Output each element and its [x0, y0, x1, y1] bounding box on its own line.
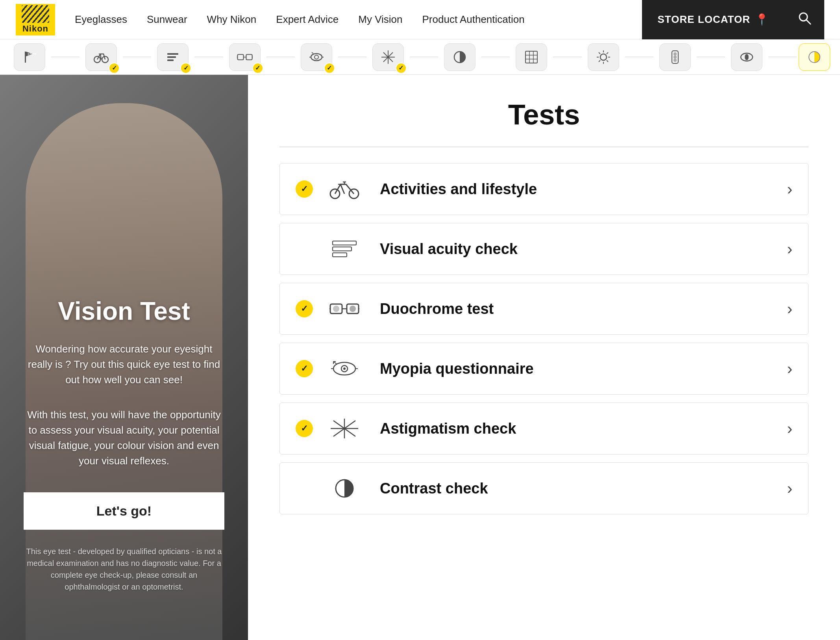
- traffic-icon-wrap: [659, 43, 691, 71]
- arrow-duochrome: ›: [787, 300, 792, 318]
- arrow-activities: ›: [787, 180, 792, 198]
- astigmatism-test-icon: [325, 415, 364, 442]
- test-label-visual-acuity: Visual acuity check: [380, 241, 787, 258]
- progress-item-myopia[interactable]: ✓: [295, 41, 338, 73]
- disclaimer-text: This eye test - developed by qualified o…: [24, 545, 224, 593]
- myopia-icon: [308, 48, 325, 66]
- brightness-icon-wrap: [588, 43, 619, 71]
- test-item-duochrome[interactable]: ✓ Duochrome test ›: [279, 283, 809, 335]
- arrow-myopia: ›: [787, 360, 792, 378]
- tests-divider: [279, 147, 809, 147]
- lines-svg: [329, 237, 360, 261]
- progress-item-brightness[interactable]: [582, 41, 625, 73]
- progress-item-glasses[interactable]: ✓: [223, 41, 266, 73]
- check-badge-bicycle: ✓: [109, 63, 120, 74]
- search-button[interactable]: [785, 0, 824, 39]
- nav-links: Eyeglasses Sunwear Why Nikon Expert Advi…: [75, 13, 525, 26]
- progress-item-grid[interactable]: [510, 41, 553, 73]
- contrast-svg: [329, 477, 360, 500]
- astigmatism-icon-wrap: ✓: [372, 43, 404, 71]
- progress-item-traffic[interactable]: [653, 41, 697, 73]
- progress-item-lines[interactable]: ✓: [151, 41, 194, 73]
- flag-icon: START: [21, 48, 38, 66]
- bicycle-svg: [329, 177, 360, 201]
- progress-sep-9: [625, 57, 653, 57]
- svg-rect-10: [237, 54, 243, 60]
- contrast-icon: [451, 48, 468, 66]
- svg-rect-11: [246, 54, 252, 60]
- progress-sep-5: [338, 57, 366, 57]
- test-label-astigmatism: Astigmatism check: [380, 420, 787, 437]
- nav-product-auth[interactable]: Product Authentication: [422, 13, 525, 25]
- progress-sep-10: [697, 57, 725, 57]
- test-label-duochrome: Duochrome test: [380, 301, 787, 317]
- svg-line-35: [599, 52, 600, 54]
- svg-rect-8: [167, 56, 176, 58]
- bicycle-icon-wrap: ✓: [85, 43, 117, 71]
- nav-why-nikon[interactable]: Why Nikon: [207, 13, 257, 25]
- progress-sep-6: [410, 57, 438, 57]
- start-icon-wrap: START: [14, 43, 45, 71]
- svg-rect-25: [525, 51, 537, 63]
- svg-point-60: [350, 306, 356, 312]
- logo[interactable]: Nikon: [16, 4, 55, 35]
- svg-text:START: START: [28, 53, 37, 56]
- progress-item-eye[interactable]: [725, 41, 768, 73]
- astigmatism-icon: [379, 48, 397, 66]
- test-item-visual-acuity[interactable]: Visual acuity check ›: [279, 223, 809, 275]
- svg-point-41: [673, 56, 677, 59]
- bicycle-test-icon: [325, 175, 364, 203]
- navbar: Nikon Eyeglasses Sunwear Why Nikon Exper…: [0, 0, 840, 39]
- progress-sep-8: [553, 57, 581, 57]
- glasses-icon: [236, 48, 253, 66]
- progress-sep-7: [481, 57, 510, 57]
- myopia-test-icon: [325, 355, 364, 382]
- svg-point-40: [673, 52, 677, 56]
- progress-item-astigmatism[interactable]: ✓: [366, 41, 410, 73]
- logo-text: Nikon: [22, 24, 49, 34]
- nav-my-vision[interactable]: My Vision: [358, 13, 402, 25]
- progress-item-bicycle[interactable]: ✓: [80, 41, 123, 73]
- halfcircle-icon-wrap: [799, 43, 830, 71]
- check-astigmatism: ✓: [296, 420, 313, 437]
- glasses-test-icon: [325, 295, 364, 323]
- nav-expert-advice[interactable]: Expert Advice: [276, 13, 339, 25]
- lets-go-button[interactable]: Let's go!: [24, 492, 224, 530]
- test-label-activities: Activities and lifestyle: [380, 181, 787, 198]
- check-activities: ✓: [296, 180, 313, 198]
- test-label-myopia: Myopia questionnaire: [380, 360, 787, 377]
- svg-rect-51: [333, 241, 356, 245]
- svg-rect-52: [333, 247, 352, 251]
- half-circle-icon: [806, 48, 823, 66]
- lines-icon: [164, 48, 181, 66]
- svg-line-37: [607, 52, 608, 54]
- svg-line-1: [806, 20, 810, 24]
- svg-point-63: [343, 367, 346, 370]
- check-badge-lines: ✓: [180, 63, 191, 74]
- glasses-icon-wrap: ✓: [229, 43, 261, 71]
- nav-sunwear[interactable]: Sunwear: [147, 13, 187, 25]
- store-locator-button[interactable]: STORE LOCATOR 📍: [642, 0, 785, 39]
- progress-sep-3: [194, 57, 223, 57]
- progress-item-halfcircle[interactable]: [797, 41, 832, 73]
- navbar-right: STORE LOCATOR 📍: [642, 0, 824, 39]
- eye-icon: [738, 48, 755, 66]
- left-panel-content: Vision Test Wondering how accurate your …: [0, 297, 248, 593]
- progress-sep-1: [51, 57, 80, 57]
- progress-item-contrast[interactable]: [438, 41, 481, 73]
- progress-item-start[interactable]: START: [8, 41, 51, 73]
- test-item-activities[interactable]: ✓ Activities and lifestyle ›: [279, 163, 809, 215]
- myopia-icon-wrap: ✓: [301, 43, 332, 71]
- progress-sep-4: [266, 57, 295, 57]
- nav-eyeglasses[interactable]: Eyeglasses: [75, 13, 127, 25]
- svg-rect-2: [25, 52, 26, 63]
- myopia-svg: [329, 357, 360, 380]
- progress-sep-2: [123, 57, 151, 57]
- check-badge-glasses: ✓: [252, 63, 263, 74]
- test-item-contrast[interactable]: Contrast check ›: [279, 462, 809, 514]
- vision-test-desc2: With this test, you will have the opport…: [24, 407, 224, 469]
- contrast-icon-wrap: [444, 43, 476, 71]
- test-item-astigmatism[interactable]: ✓ Astigmatism check ›: [279, 403, 809, 454]
- test-item-myopia[interactable]: ✓ Myopia questionnaire ›: [279, 343, 809, 395]
- glasses-svg: [329, 297, 360, 321]
